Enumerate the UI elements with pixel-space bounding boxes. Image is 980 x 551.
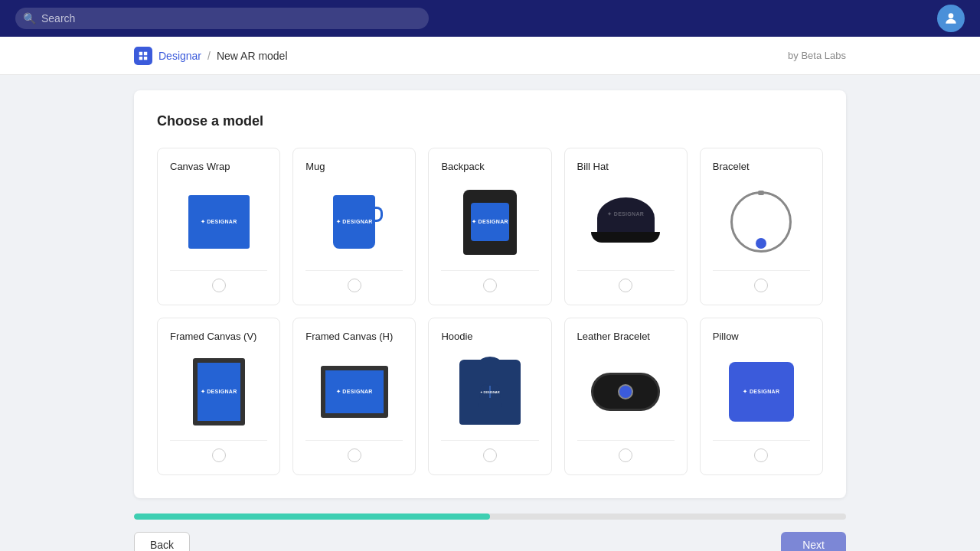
model-item-bill-hat[interactable]: Bill Hat ✦ DESIGNAR [564,148,688,305]
breadcrumb-app-link[interactable]: Designar [158,50,201,62]
model-radio-leather-bracelet[interactable] [619,448,632,462]
model-item-leather-bracelet[interactable]: Leather Bracelet [564,318,688,475]
model-divider [577,440,675,441]
model-image-hoodie: ✦ DESIGNAR [441,350,538,434]
next-button[interactable]: Next [781,532,846,551]
model-image-bill-hat: ✦ DESIGNAR [577,180,675,264]
framed-v-visual: ✦ DESIGNAR [193,358,245,425]
svg-text:✦ DESIGNAR: ✦ DESIGNAR [480,390,499,394]
model-image-framed-canvas-v: ✦ DESIGNAR [170,350,267,434]
model-item-framed-canvas-v[interactable]: Framed Canvas (V) ✦ DESIGNAR [157,318,280,475]
model-label-hoodie: Hoodie [441,331,472,342]
svg-point-0 [949,13,954,18]
breadcrumb-separator: / [207,50,211,62]
footer-buttons: Back Next [0,520,980,551]
model-radio-backpack[interactable] [483,279,497,292]
model-radio-canvas-wrap[interactable] [212,279,226,292]
leather-bracelet-visual [591,373,660,411]
by-label: by Beta Labs [788,50,846,61]
model-divider [713,440,810,441]
avatar[interactable] [937,5,965,32]
model-item-hoodie[interactable]: Hoodie ✦ DESIGNAR [428,318,551,475]
model-label-framed-canvas-h: Framed Canvas (H) [305,331,393,342]
model-radio-mug[interactable] [348,279,361,292]
main-content: Choose a model Canvas Wrap ✦ DESIGNAR Mu… [0,75,980,514]
page-title: Choose a model [157,113,823,129]
model-divider [305,440,403,441]
model-radio-hoodie[interactable] [483,448,497,462]
top-navigation: 🔍 [0,0,980,37]
model-radio-bill-hat[interactable] [619,279,632,292]
model-divider [170,270,267,271]
breadcrumb: Designar / New AR model [134,47,288,65]
back-button[interactable]: Back [134,532,190,551]
model-radio-framed-canvas-v[interactable] [212,448,226,462]
bracelet-visual [730,191,792,253]
model-image-leather-bracelet [577,350,675,434]
search-wrapper: 🔍 [15,8,429,29]
model-grid: Canvas Wrap ✦ DESIGNAR Mug ✦ DESIGNAR [157,148,823,475]
backpack-visual: ✦ DESIGNAR [463,190,517,255]
model-label-pillow: Pillow [713,331,739,342]
model-radio-pillow[interactable] [754,448,768,462]
progress-container [134,514,846,520]
mug-visual: ✦ DESIGNAR [333,195,375,249]
model-divider [170,440,267,441]
model-image-mug: ✦ DESIGNAR [305,180,403,264]
model-label-mug: Mug [305,161,325,172]
model-label-bracelet: Bracelet [713,161,750,172]
model-radio-framed-canvas-h[interactable] [348,448,361,462]
framed-h-visual: ✦ DESIGNAR [321,366,388,418]
mug-handle [372,207,383,222]
hat-visual: ✦ DESIGNAR [591,197,660,247]
search-input[interactable] [15,8,429,29]
model-item-backpack[interactable]: Backpack ✦ DESIGNAR [428,148,551,305]
model-label-canvas-wrap: Canvas Wrap [170,161,230,172]
canvas-wrap-visual: ✦ DESIGNAR [188,195,250,249]
breadcrumb-current-page: New AR model [217,50,288,62]
pillow-visual: ✦ DESIGNAR [729,362,794,422]
model-selection-card: Choose a model Canvas Wrap ✦ DESIGNAR Mu… [134,90,846,498]
model-divider [441,270,538,271]
model-divider [441,440,538,441]
model-radio-bracelet[interactable] [754,279,768,292]
model-image-canvas-wrap: ✦ DESIGNAR [170,180,267,264]
model-divider [713,270,810,271]
model-label-bill-hat: Bill Hat [577,161,609,172]
model-divider [577,270,675,271]
model-divider [305,270,403,271]
model-image-bracelet [713,180,810,264]
hoodie-visual: ✦ DESIGNAR [459,360,521,425]
model-label-framed-canvas-v: Framed Canvas (V) [170,331,256,342]
model-item-framed-canvas-h[interactable]: Framed Canvas (H) ✦ DESIGNAR [292,318,416,475]
model-item-bracelet[interactable]: Bracelet [700,148,823,305]
progress-fill [134,514,490,520]
model-label-backpack: Backpack [441,161,484,172]
model-image-backpack: ✦ DESIGNAR [441,180,538,264]
breadcrumb-bar: Designar / New AR model by Beta Labs [0,37,980,75]
model-item-pillow[interactable]: Pillow ✦ DESIGNAR [700,318,823,475]
model-item-canvas-wrap[interactable]: Canvas Wrap ✦ DESIGNAR [157,148,280,305]
app-icon [134,47,152,65]
model-item-mug[interactable]: Mug ✦ DESIGNAR [292,148,416,305]
model-image-pillow: ✦ DESIGNAR [713,350,810,434]
model-image-framed-canvas-h: ✦ DESIGNAR [305,350,403,434]
model-label-leather-bracelet: Leather Bracelet [577,331,650,342]
